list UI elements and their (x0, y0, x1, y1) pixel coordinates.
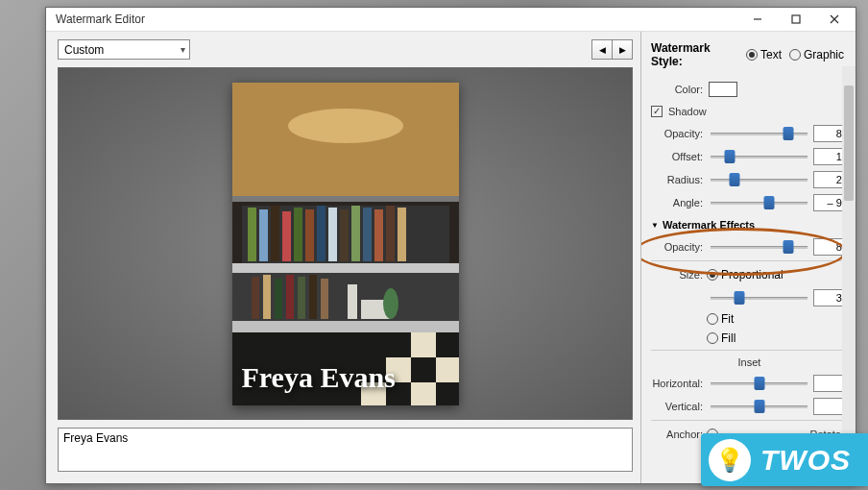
radio-icon (789, 49, 801, 61)
svg-rect-17 (340, 209, 349, 261)
preview-area: Freya Evans (58, 67, 633, 420)
preview-photo: Freya Evans (232, 83, 459, 405)
svg-rect-14 (305, 209, 314, 261)
svg-rect-40 (411, 382, 436, 405)
maximize-button[interactable] (777, 8, 815, 31)
svg-rect-28 (286, 275, 294, 319)
chevron-down-icon: ▾ (181, 44, 185, 55)
svg-rect-18 (351, 206, 360, 261)
inset-vertical-slider[interactable] (711, 400, 808, 413)
watermark-style-label: Watermark Style: (651, 41, 740, 68)
left-pane: Custom ▾ ◀ ▶ (46, 32, 640, 483)
twos-badge-text: TWOS (760, 444, 851, 477)
radio-icon (746, 49, 758, 61)
shadow-opacity-slider[interactable] (711, 127, 808, 140)
titlebar: Watermark Editor (46, 8, 856, 32)
svg-rect-35 (232, 321, 459, 332)
shadow-angle-label: Angle: (651, 197, 707, 208)
settings-pane: Watermark Style: Text Graphic Color: ✓ S… (640, 32, 856, 483)
svg-rect-12 (282, 211, 291, 261)
twos-badge: 💡 TWOS (701, 433, 868, 486)
lightbulb-icon: 💡 (709, 439, 751, 481)
inset-horizontal-slider[interactable] (711, 377, 808, 390)
svg-rect-27 (275, 279, 282, 319)
svg-rect-13 (294, 208, 302, 261)
watermark-editor-dialog: Watermark Editor Custom ▾ ◀ ▶ (45, 7, 856, 484)
inset-vertical-label: Vertical: (651, 401, 707, 412)
svg-rect-11 (271, 206, 279, 261)
svg-rect-31 (321, 279, 328, 319)
close-button[interactable] (815, 8, 854, 31)
watermark-overlay: Freya Evans (242, 361, 396, 394)
effects-header[interactable]: ▼ Watermark Effects (651, 216, 852, 233)
shadow-radius-slider[interactable] (711, 173, 808, 186)
radio-icon (707, 332, 718, 344)
style-text-radio[interactable]: Text (746, 48, 782, 61)
inset-horizontal-label: Horizontal: (651, 378, 707, 389)
svg-rect-19 (363, 208, 372, 261)
anchor-label: Anchor: (651, 429, 707, 440)
scrollbar-thumb[interactable] (844, 86, 854, 201)
shadow-checkbox[interactable]: ✓ (651, 106, 663, 117)
size-fit-radio[interactable]: Fit (707, 312, 734, 326)
style-graphic-radio[interactable]: Graphic (789, 48, 844, 61)
svg-rect-23 (232, 263, 459, 273)
window-title: Watermark Editor (48, 12, 738, 26)
shadow-offset-label: Offset: (651, 151, 707, 162)
minimize-button[interactable] (738, 8, 777, 31)
radio-icon (707, 313, 718, 325)
svg-rect-32 (348, 284, 357, 319)
svg-rect-30 (309, 275, 317, 319)
svg-rect-16 (328, 208, 337, 261)
preset-dropdown[interactable]: Custom ▾ (58, 39, 190, 60)
svg-rect-39 (436, 357, 459, 382)
effects-opacity-slider[interactable] (711, 240, 808, 254)
svg-rect-9 (248, 208, 256, 261)
svg-rect-22 (398, 208, 406, 261)
shadow-offset-slider[interactable] (711, 150, 808, 163)
effects-opacity-label: Opacity: (651, 241, 707, 253)
svg-point-6 (288, 109, 403, 143)
svg-rect-26 (263, 275, 271, 319)
svg-rect-20 (374, 209, 383, 261)
shadow-radius-label: Radius: (651, 174, 707, 185)
svg-rect-7 (232, 196, 459, 202)
triangle-down-icon: ▼ (651, 221, 659, 230)
settings-scrollbar[interactable] (842, 66, 856, 476)
svg-rect-10 (259, 209, 268, 261)
size-label: Size: (651, 269, 707, 281)
size-proportional-radio[interactable]: Proportional (707, 268, 784, 282)
svg-rect-21 (386, 206, 395, 261)
triangle-right-icon: ▶ (619, 45, 626, 55)
size-fill-radio[interactable]: Fill (707, 331, 735, 345)
svg-rect-25 (252, 277, 259, 319)
shadow-label: Shadow (668, 106, 707, 117)
svg-rect-37 (411, 332, 436, 357)
color-label: Color: (651, 84, 707, 95)
shadow-angle-slider[interactable] (711, 196, 808, 209)
svg-rect-29 (298, 277, 305, 319)
radio-icon (707, 269, 718, 281)
prev-button[interactable]: ◀ (591, 39, 613, 60)
color-swatch[interactable] (709, 82, 737, 97)
watermark-text-input[interactable]: Freya Evans (58, 428, 633, 472)
svg-point-34 (383, 288, 398, 319)
svg-rect-15 (317, 206, 326, 261)
svg-rect-1 (792, 15, 800, 23)
shadow-opacity-label: Opacity: (651, 128, 707, 139)
inset-label: Inset (651, 356, 852, 368)
preset-dropdown-value: Custom (64, 43, 104, 57)
triangle-left-icon: ◀ (599, 45, 606, 55)
next-button[interactable]: ▶ (612, 39, 633, 60)
size-slider[interactable] (711, 291, 808, 305)
